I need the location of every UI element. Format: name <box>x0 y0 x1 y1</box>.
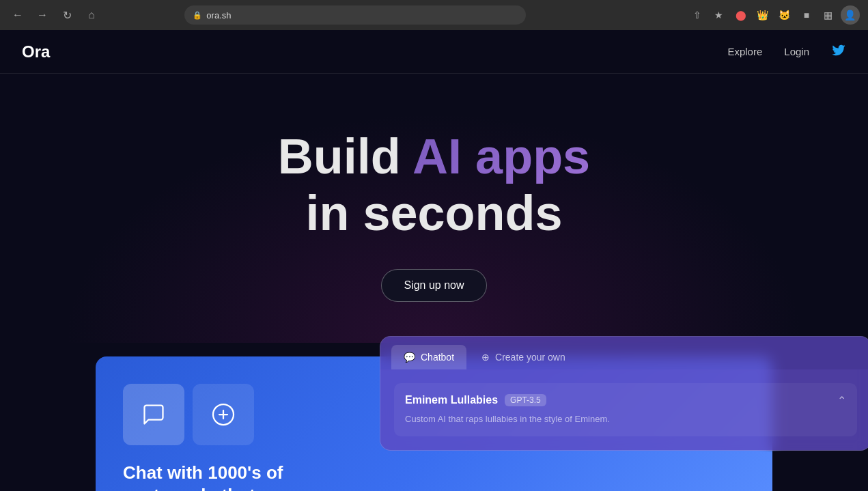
chatbot-tabs: 💬 Chatbot ⊕ Create your own <box>380 337 868 369</box>
bottom-blue-card: Chat with 1000's of custom chatbots Expl… <box>96 356 772 491</box>
extension-icon-1[interactable]: ⬤ <box>731 5 751 25</box>
extension-icon-4[interactable]: ■ <box>797 5 816 25</box>
chatbot-content: Eminem Lullabies GPT-3.5 ⌃ Custom AI tha… <box>380 369 868 451</box>
tab-chatbot-label: Chatbot <box>421 352 454 363</box>
share-icon[interactable]: ⇧ <box>688 5 707 25</box>
chatbot-tab-icon: 💬 <box>404 352 415 363</box>
extension-icon-2[interactable]: 👑 <box>753 5 772 25</box>
chat-panel-title: Chat with 1000's of custom chatbots <box>123 462 328 491</box>
browser-right-icons: ⇧ ★ ⬤ 👑 🐱 ■ ▦ 👤 <box>688 5 860 25</box>
bookmark-icon[interactable]: ★ <box>710 5 729 25</box>
hero-section: Build AI apps in seconds Sign up now <box>0 74 868 343</box>
reload-button[interactable]: ↻ <box>57 5 76 25</box>
login-link[interactable]: Login <box>784 46 809 57</box>
create-tab-icon: ⊕ <box>481 352 490 363</box>
gpt-badge: GPT-3.5 <box>505 394 546 406</box>
address-bar[interactable]: 🔒 ora.sh <box>184 5 526 25</box>
home-button[interactable]: ⌂ <box>82 5 101 25</box>
chat-icon-buttons <box>123 384 328 445</box>
twitter-icon[interactable] <box>831 42 846 61</box>
sidebar-toggle-icon[interactable]: ▦ <box>819 5 838 25</box>
expand-icon[interactable]: ⌃ <box>837 394 846 407</box>
tab-create-label: Create your own <box>495 352 565 363</box>
chatbot-item-name: Eminem Lullabies <box>405 394 498 406</box>
hero-title: Build AI apps in seconds <box>278 128 590 242</box>
hero-title-accent: AI apps <box>412 129 590 184</box>
app-nav: Explore Login <box>727 42 846 61</box>
browser-chrome: ← → ↻ ⌂ 🔒 ora.sh ⇧ ★ ⬤ 👑 🐱 ■ ▦ 👤 <box>0 0 868 30</box>
chatbot-item-header: Eminem Lullabies GPT-3.5 ⌃ <box>405 394 846 407</box>
chatbot-item: Eminem Lullabies GPT-3.5 ⌃ Custom AI tha… <box>394 383 857 437</box>
signup-button[interactable]: Sign up now <box>381 269 486 302</box>
chatbot-panel: 💬 Chatbot ⊕ Create your own Eminem Lulla… <box>380 336 868 451</box>
forward-button[interactable]: → <box>33 5 52 25</box>
profile-icon[interactable]: 👤 <box>841 5 860 25</box>
chatbot-item-desc: Custom AI that raps lullabies in the sty… <box>405 412 846 426</box>
explore-link[interactable]: Explore <box>727 46 762 57</box>
chat-bubble-icon <box>141 402 166 427</box>
chat-icon-btn-active[interactable] <box>123 384 184 445</box>
chat-icon-btn-create[interactable] <box>193 384 254 445</box>
hero-title-seconds: in seconds <box>305 186 562 240</box>
app-logo[interactable]: Ora <box>22 42 50 61</box>
chat-panel: Chat with 1000's of custom chatbots Expl… <box>123 384 328 491</box>
hero-title-normal: Build <box>278 129 412 184</box>
tab-chatbot[interactable]: 💬 Chatbot <box>391 345 466 369</box>
extension-icon-3[interactable]: 🐱 <box>775 5 794 25</box>
back-button[interactable]: ← <box>8 5 27 25</box>
bottom-section: Chat with 1000's of custom chatbots Expl… <box>0 356 868 491</box>
lock-icon: 🔒 <box>193 11 202 20</box>
app-header: Ora Explore Login <box>0 30 868 74</box>
tab-create-your-own[interactable]: ⊕ Create your own <box>469 345 578 369</box>
url-text: ora.sh <box>206 10 231 20</box>
plus-circle-icon <box>211 402 236 427</box>
